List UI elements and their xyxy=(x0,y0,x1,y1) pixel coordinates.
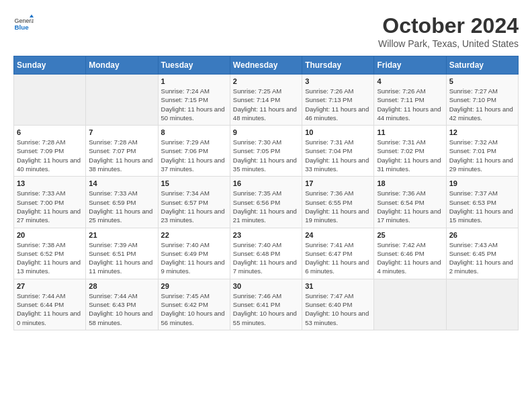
day-info: Sunrise: 7:40 AM Sunset: 6:49 PM Dayligh… xyxy=(161,240,227,276)
day-number: 1 xyxy=(161,77,227,85)
day-number: 16 xyxy=(233,179,299,187)
day-info: Sunrise: 7:33 AM Sunset: 7:00 PM Dayligh… xyxy=(17,189,83,224)
day-info: Sunrise: 7:33 AM Sunset: 6:59 PM Dayligh… xyxy=(89,189,154,224)
logo-icon: General Blue xyxy=(13,13,34,34)
col-thursday: Thursday xyxy=(302,56,374,75)
day-info: Sunrise: 7:36 AM Sunset: 6:54 PM Dayligh… xyxy=(377,189,443,224)
day-number: 9 xyxy=(233,128,299,136)
calendar-header-row: Sunday Monday Tuesday Wednesday Thursday… xyxy=(14,56,519,75)
calendar-week-row: 1Sunrise: 7:24 AM Sunset: 7:15 PM Daylig… xyxy=(14,75,519,126)
page-header: General Blue October 2024 Willow Park, T… xyxy=(13,13,519,49)
day-number: 7 xyxy=(89,128,154,136)
day-info: Sunrise: 7:27 AM Sunset: 7:10 PM Dayligh… xyxy=(449,87,515,122)
day-info: Sunrise: 7:38 AM Sunset: 6:52 PM Dayligh… xyxy=(17,240,83,276)
table-row: 28Sunrise: 7:44 AM Sunset: 6:43 PM Dayli… xyxy=(86,279,158,330)
location: Willow Park, Texas, United States xyxy=(378,38,519,49)
col-wednesday: Wednesday xyxy=(230,56,302,75)
day-info: Sunrise: 7:44 AM Sunset: 6:44 PM Dayligh… xyxy=(17,291,83,327)
calendar-week-row: 6Sunrise: 7:28 AM Sunset: 7:09 PM Daylig… xyxy=(14,126,519,177)
table-row: 7Sunrise: 7:28 AM Sunset: 7:07 PM Daylig… xyxy=(86,126,158,177)
table-row: 19Sunrise: 7:37 AM Sunset: 6:53 PM Dayli… xyxy=(446,177,518,228)
day-number: 2 xyxy=(233,77,299,85)
day-info: Sunrise: 7:35 AM Sunset: 6:56 PM Dayligh… xyxy=(233,189,299,224)
day-info: Sunrise: 7:36 AM Sunset: 6:55 PM Dayligh… xyxy=(305,189,371,224)
day-info: Sunrise: 7:44 AM Sunset: 6:43 PM Dayligh… xyxy=(89,291,154,327)
table-row: 24Sunrise: 7:41 AM Sunset: 6:47 PM Dayli… xyxy=(302,228,374,279)
table-row: 12Sunrise: 7:32 AM Sunset: 7:01 PM Dayli… xyxy=(446,126,518,177)
table-row: 16Sunrise: 7:35 AM Sunset: 6:56 PM Dayli… xyxy=(230,177,302,228)
day-number: 11 xyxy=(377,128,443,136)
table-row: 5Sunrise: 7:27 AM Sunset: 7:10 PM Daylig… xyxy=(446,75,518,126)
table-row: 18Sunrise: 7:36 AM Sunset: 6:54 PM Dayli… xyxy=(374,177,446,228)
table-row: 22Sunrise: 7:40 AM Sunset: 6:49 PM Dayli… xyxy=(158,228,230,279)
day-info: Sunrise: 7:42 AM Sunset: 6:46 PM Dayligh… xyxy=(377,240,443,276)
svg-text:General: General xyxy=(15,17,34,24)
day-number: 23 xyxy=(233,231,299,239)
day-number: 26 xyxy=(449,231,515,239)
day-number: 29 xyxy=(161,282,227,290)
table-row: 17Sunrise: 7:36 AM Sunset: 6:55 PM Dayli… xyxy=(302,177,374,228)
day-number: 5 xyxy=(449,77,515,85)
day-number: 18 xyxy=(377,179,443,187)
table-row xyxy=(446,279,518,330)
table-row: 20Sunrise: 7:38 AM Sunset: 6:52 PM Dayli… xyxy=(14,228,86,279)
day-number: 10 xyxy=(305,128,371,136)
day-number: 19 xyxy=(449,179,515,187)
day-info: Sunrise: 7:40 AM Sunset: 6:48 PM Dayligh… xyxy=(233,240,299,276)
day-number: 24 xyxy=(305,231,371,239)
day-number: 30 xyxy=(233,282,299,290)
table-row: 4Sunrise: 7:26 AM Sunset: 7:11 PM Daylig… xyxy=(374,75,446,126)
day-number: 3 xyxy=(305,77,371,85)
day-info: Sunrise: 7:28 AM Sunset: 7:09 PM Dayligh… xyxy=(17,138,83,173)
table-row: 10Sunrise: 7:31 AM Sunset: 7:04 PM Dayli… xyxy=(302,126,374,177)
day-info: Sunrise: 7:47 AM Sunset: 6:40 PM Dayligh… xyxy=(305,291,371,327)
day-number: 6 xyxy=(17,128,83,136)
day-number: 21 xyxy=(89,231,154,239)
day-info: Sunrise: 7:45 AM Sunset: 6:42 PM Dayligh… xyxy=(161,291,227,327)
table-row: 8Sunrise: 7:29 AM Sunset: 7:06 PM Daylig… xyxy=(158,126,230,177)
svg-marker-2 xyxy=(30,15,34,18)
day-number: 13 xyxy=(17,179,83,187)
day-info: Sunrise: 7:41 AM Sunset: 6:47 PM Dayligh… xyxy=(305,240,371,276)
day-info: Sunrise: 7:28 AM Sunset: 7:07 PM Dayligh… xyxy=(89,138,154,173)
table-row: 14Sunrise: 7:33 AM Sunset: 6:59 PM Dayli… xyxy=(86,177,158,228)
table-row: 30Sunrise: 7:46 AM Sunset: 6:41 PM Dayli… xyxy=(230,279,302,330)
calendar-week-row: 13Sunrise: 7:33 AM Sunset: 7:00 PM Dayli… xyxy=(14,177,519,228)
day-info: Sunrise: 7:31 AM Sunset: 7:02 PM Dayligh… xyxy=(377,138,443,173)
day-info: Sunrise: 7:31 AM Sunset: 7:04 PM Dayligh… xyxy=(305,138,371,173)
table-row: 1Sunrise: 7:24 AM Sunset: 7:15 PM Daylig… xyxy=(158,75,230,126)
day-number: 25 xyxy=(377,231,443,239)
table-row: 15Sunrise: 7:34 AM Sunset: 6:57 PM Dayli… xyxy=(158,177,230,228)
day-info: Sunrise: 7:39 AM Sunset: 6:51 PM Dayligh… xyxy=(89,240,154,276)
table-row xyxy=(14,75,86,126)
day-number: 22 xyxy=(161,231,227,239)
table-row: 31Sunrise: 7:47 AM Sunset: 6:40 PM Dayli… xyxy=(302,279,374,330)
table-row: 23Sunrise: 7:40 AM Sunset: 6:48 PM Dayli… xyxy=(230,228,302,279)
calendar-week-row: 27Sunrise: 7:44 AM Sunset: 6:44 PM Dayli… xyxy=(14,279,519,330)
day-info: Sunrise: 7:32 AM Sunset: 7:01 PM Dayligh… xyxy=(449,138,515,173)
day-info: Sunrise: 7:34 AM Sunset: 6:57 PM Dayligh… xyxy=(161,189,227,224)
day-info: Sunrise: 7:25 AM Sunset: 7:14 PM Dayligh… xyxy=(233,87,299,122)
table-row xyxy=(86,75,158,126)
day-number: 20 xyxy=(17,231,83,239)
table-row: 13Sunrise: 7:33 AM Sunset: 7:00 PM Dayli… xyxy=(14,177,86,228)
col-monday: Monday xyxy=(86,56,158,75)
logo: General Blue xyxy=(13,13,34,34)
table-row: 9Sunrise: 7:30 AM Sunset: 7:05 PM Daylig… xyxy=(230,126,302,177)
day-info: Sunrise: 7:46 AM Sunset: 6:41 PM Dayligh… xyxy=(233,291,299,327)
day-number: 27 xyxy=(17,282,83,290)
calendar-week-row: 20Sunrise: 7:38 AM Sunset: 6:52 PM Dayli… xyxy=(14,228,519,279)
col-saturday: Saturday xyxy=(446,56,518,75)
title-block: October 2024 Willow Park, Texas, United … xyxy=(378,13,519,49)
table-row xyxy=(374,279,446,330)
day-number: 28 xyxy=(89,282,154,290)
col-friday: Friday xyxy=(374,56,446,75)
table-row: 6Sunrise: 7:28 AM Sunset: 7:09 PM Daylig… xyxy=(14,126,86,177)
table-row: 25Sunrise: 7:42 AM Sunset: 6:46 PM Dayli… xyxy=(374,228,446,279)
day-info: Sunrise: 7:37 AM Sunset: 6:53 PM Dayligh… xyxy=(449,189,515,224)
day-info: Sunrise: 7:26 AM Sunset: 7:11 PM Dayligh… xyxy=(377,87,443,122)
month-title: October 2024 xyxy=(378,13,519,38)
day-info: Sunrise: 7:26 AM Sunset: 7:13 PM Dayligh… xyxy=(305,87,371,122)
day-number: 4 xyxy=(377,77,443,85)
table-row: 11Sunrise: 7:31 AM Sunset: 7:02 PM Dayli… xyxy=(374,126,446,177)
